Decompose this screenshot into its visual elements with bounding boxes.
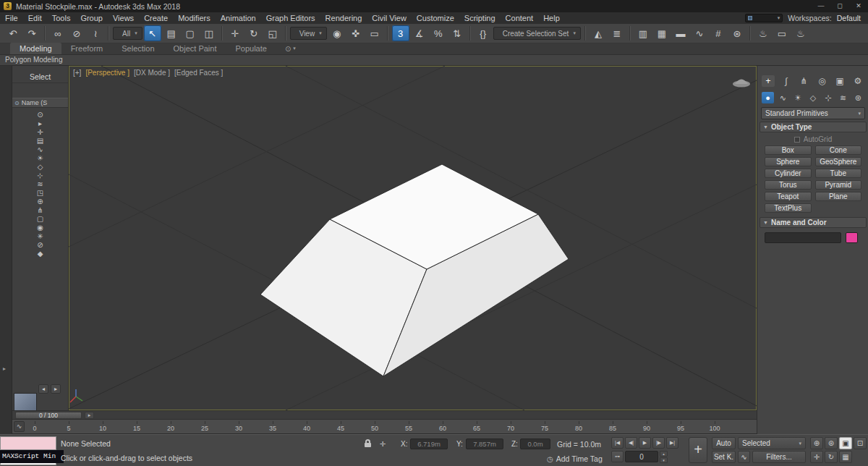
plane-button[interactable]: Plane bbox=[815, 192, 862, 201]
tab-selection[interactable]: Selection bbox=[112, 43, 163, 54]
autogrid-checkbox[interactable] bbox=[794, 137, 800, 143]
set-key-button[interactable]: Set K. bbox=[712, 451, 736, 463]
select-and-link-icon[interactable]: ∞ bbox=[49, 25, 67, 41]
track-bar[interactable]: ∿ 0 5 10 15 bbox=[12, 420, 757, 434]
pan-icon[interactable]: ✛ bbox=[810, 451, 823, 463]
explorer-prev-button[interactable]: ◂ bbox=[38, 384, 48, 394]
spacewarps-category-icon[interactable]: ≋ bbox=[837, 92, 849, 103]
select-and-manipulate-icon[interactable]: ✜ bbox=[347, 25, 365, 41]
expand-panel-arrow[interactable]: ▸ bbox=[3, 365, 6, 372]
toggle-ribbon-icon[interactable]: ▬ bbox=[672, 25, 689, 41]
set-keys-button[interactable]: + bbox=[689, 437, 707, 463]
menu-views[interactable]: Views bbox=[108, 12, 139, 24]
tab-modeling[interactable]: Modeling bbox=[10, 43, 61, 54]
utilities-tab-icon[interactable]: ⚙ bbox=[851, 75, 864, 87]
quick-access-dropdown[interactable]: ▾ bbox=[745, 14, 783, 22]
workspace-dropdown[interactable]: Default bbox=[837, 14, 861, 22]
object-name-input[interactable] bbox=[765, 232, 841, 243]
redo-icon[interactable]: ↷ bbox=[23, 25, 41, 41]
display-tab-icon[interactable]: ▣ bbox=[833, 75, 846, 87]
helpers-category-icon[interactable]: ⊹ bbox=[822, 92, 834, 103]
geometry-category-icon[interactable]: ● bbox=[762, 92, 774, 103]
display-containers-icon[interactable]: ▢ bbox=[35, 215, 46, 224]
play-button[interactable]: ▶ bbox=[639, 437, 651, 449]
menu-tools[interactable]: Tools bbox=[47, 12, 76, 24]
expand-icon[interactable]: ▸ bbox=[35, 119, 46, 128]
menu-edit[interactable]: Edit bbox=[23, 12, 47, 24]
coord-z-field[interactable]: 0.0m bbox=[520, 439, 550, 449]
perspective-viewport[interactable]: [+] [Perspective ] [DX Mode ] [Edged Fac… bbox=[69, 66, 757, 410]
undo-icon[interactable]: ↶ bbox=[4, 25, 22, 41]
shapes-category-icon[interactable]: ∿ bbox=[777, 92, 789, 103]
next-frame-button[interactable]: |▶ bbox=[652, 437, 665, 449]
maximize-button[interactable]: ◻ bbox=[830, 0, 849, 12]
time-slider-track[interactable]: 0 / 100 ▸ bbox=[12, 410, 757, 420]
reference-coordinate-dropdown[interactable]: View ▾ bbox=[290, 27, 327, 40]
cylinder-button[interactable]: Cylinder bbox=[765, 169, 812, 178]
menu-content[interactable]: Content bbox=[501, 12, 539, 24]
menu-customize[interactable]: Customize bbox=[412, 12, 459, 24]
orbit-icon[interactable]: ↻ bbox=[825, 451, 838, 463]
select-and-scale-icon[interactable]: ◱ bbox=[264, 25, 281, 41]
go-to-start-button[interactable]: |◀ bbox=[611, 437, 624, 449]
sort-icon[interactable]: ⊙ bbox=[35, 111, 46, 119]
time-slider-handle[interactable]: 0 / 100 bbox=[15, 412, 82, 419]
modify-tab-icon[interactable]: ∫ bbox=[780, 75, 793, 87]
select-and-rotate-icon[interactable]: ↻ bbox=[245, 25, 263, 41]
current-frame-field[interactable]: 0 bbox=[625, 451, 658, 462]
named-selection-set-dropdown[interactable]: Create Selection Set ▾ bbox=[493, 27, 581, 40]
cameras-category-icon[interactable]: ◇ bbox=[807, 92, 819, 103]
viewcube-home-icon[interactable] bbox=[733, 80, 750, 88]
select-and-move-icon[interactable]: ✛ bbox=[226, 25, 244, 41]
tab-populate[interactable]: Populate bbox=[226, 43, 276, 54]
box-button[interactable]: Box bbox=[765, 145, 812, 155]
coord-y-field[interactable]: 7.857m bbox=[466, 439, 503, 449]
rectangular-selection-region-icon[interactable]: ▢ bbox=[182, 25, 199, 41]
coord-x-field[interactable]: 6.719m bbox=[410, 439, 448, 449]
zoom-region-icon[interactable]: ⊡ bbox=[854, 437, 867, 449]
torus-button[interactable]: Torus bbox=[765, 180, 812, 190]
edit-named-selections-icon[interactable]: {} bbox=[475, 25, 492, 41]
zoom-extents-icon[interactable]: ▣ bbox=[839, 437, 852, 449]
window-crossing-toggle-icon[interactable]: ◫ bbox=[200, 25, 218, 41]
spinner-up-button[interactable]: ▴ bbox=[660, 451, 668, 457]
zoom-all-icon[interactable]: ⊛ bbox=[825, 437, 838, 449]
display-helpers-icon[interactable]: ⊹ bbox=[35, 171, 46, 180]
display-cameras-icon[interactable]: ◇ bbox=[35, 163, 46, 171]
display-frozen-icon[interactable]: ✳ bbox=[35, 232, 46, 241]
ribbon-config-dropdown[interactable]: ⊙ ▾ bbox=[285, 43, 296, 54]
create-tab-icon[interactable]: + bbox=[762, 75, 775, 87]
selection-lock-toggle[interactable] bbox=[362, 439, 373, 450]
tab-freeform[interactable]: Freeform bbox=[61, 43, 113, 54]
rendered-frame-window-icon[interactable]: ▭ bbox=[773, 25, 791, 41]
cone-button[interactable]: Cone bbox=[815, 145, 862, 155]
mirror-icon[interactable]: ◭ bbox=[590, 25, 607, 41]
previous-frame-button[interactable]: ◀| bbox=[625, 437, 637, 449]
select-object-icon[interactable]: ↖ bbox=[144, 25, 161, 41]
explorer-select-menu[interactable]: Select bbox=[12, 70, 68, 83]
auto-key-button[interactable]: Auto bbox=[712, 437, 736, 449]
viewport-general-menu[interactable]: [+] bbox=[73, 69, 81, 77]
toggle-layer-explorer-icon[interactable]: ▦ bbox=[653, 25, 671, 41]
toggle-scene-explorer-icon[interactable]: ▥ bbox=[634, 25, 652, 41]
selection-filter-dropdown[interactable]: All ▾ bbox=[113, 27, 142, 40]
material-editor-icon[interactable]: ⊛ bbox=[728, 25, 746, 41]
menu-scripting[interactable]: Scripting bbox=[459, 12, 501, 24]
key-set-dropdown[interactable]: Selected ▾ bbox=[738, 437, 806, 449]
object-type-rollout-header[interactable]: ▼ Object Type bbox=[760, 122, 867, 132]
pin-explorer-icon[interactable]: ◆ bbox=[35, 250, 46, 258]
stockpile-object[interactable] bbox=[260, 164, 569, 376]
snaps-toggle-3d-icon[interactable]: 3 bbox=[392, 25, 409, 41]
render-setup-icon[interactable]: ♨ bbox=[754, 25, 772, 41]
display-shapes-icon[interactable]: ∿ bbox=[35, 145, 46, 154]
menu-civil-view[interactable]: Civil View bbox=[367, 12, 411, 24]
tube-button[interactable]: Tube bbox=[815, 169, 862, 178]
menu-file[interactable]: File bbox=[0, 12, 23, 24]
menu-graph-editors[interactable]: Graph Editors bbox=[261, 12, 320, 24]
display-geometry-icon[interactable]: ▤ bbox=[35, 137, 46, 145]
spinner-snap-icon[interactable]: ⇅ bbox=[448, 25, 466, 41]
maximize-viewport-icon[interactable]: ▦ bbox=[839, 451, 852, 463]
add-time-tag-button[interactable]: ◷ Add Time Tag bbox=[547, 454, 603, 463]
align-icon[interactable]: ≣ bbox=[608, 25, 626, 41]
minimize-button[interactable]: — bbox=[812, 0, 830, 12]
